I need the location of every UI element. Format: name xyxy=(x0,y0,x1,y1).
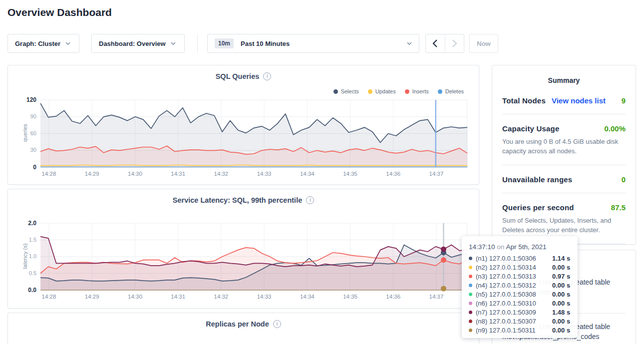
chevron-left-icon xyxy=(432,39,438,47)
total-nodes-value: 9 xyxy=(622,96,626,105)
crosshair-value-dot xyxy=(441,247,446,252)
replicas-per-node-title: Replicas per Node xyxy=(206,320,269,328)
view-nodes-list-link[interactable]: View nodes list xyxy=(552,96,606,105)
crosshair-value-dot xyxy=(441,286,446,292)
tooltip-node-row: (n2) 127.0.0.1:503140.00 s xyxy=(469,263,572,272)
node-color-dot-icon xyxy=(469,311,472,314)
chart-hover-tooltip: 14:37:10 on Apr 5th, 2021 (n1) 127.0.0.1… xyxy=(462,236,578,338)
tooltip-node-row: (n1) 127.0.0.1:503061.14 s xyxy=(469,254,572,263)
node-color-dot-icon xyxy=(469,302,472,305)
capacity-usage-label: Capacity Usage xyxy=(502,124,560,133)
x-axis-tick: 14:28 xyxy=(37,171,61,177)
node-color-dot-icon xyxy=(469,257,472,260)
plot-area[interactable] xyxy=(40,223,467,290)
node-color-dot-icon xyxy=(469,320,472,323)
x-axis-tick: 14:31 xyxy=(166,171,190,177)
node-color-dot-icon xyxy=(469,275,472,278)
x-axis-tick: 14:35 xyxy=(338,171,362,177)
node-color-dot-icon xyxy=(469,293,472,296)
tooltip-node-row: (n6) 127.0.0.1:503100.00 s xyxy=(469,299,572,308)
summary-divider xyxy=(502,165,626,165)
y-axis-tick: 0.0 xyxy=(8,287,36,294)
y-axis-tick: 1.0 xyxy=(8,253,36,259)
summary-divider xyxy=(502,193,626,193)
y-axis-tick: 0 xyxy=(8,164,36,171)
y-axis-tick: 0.5 xyxy=(8,270,36,276)
x-axis-tick: 14:29 xyxy=(80,171,104,177)
replicas-per-node-panel: Replicas per Node i xyxy=(7,313,479,344)
tooltip-node-row: (n9) 127.0.0.1:503110.00 s xyxy=(469,326,572,335)
previous-time-button[interactable] xyxy=(426,34,445,52)
y-axis-tick: 60 xyxy=(8,130,36,136)
y-axis-tick: 1.5 xyxy=(8,237,36,243)
graph-dropdown[interactable]: Graph: Cluster xyxy=(7,34,79,53)
node-color-dot-icon xyxy=(469,266,472,269)
now-button[interactable]: Now xyxy=(469,34,498,53)
x-axis-tick: 14:37 xyxy=(424,171,448,177)
tooltip-timestamp: 14:37:10 on Apr 5th, 2021 xyxy=(469,243,572,251)
tooltip-node-rows: (n1) 127.0.0.1:503061.14 s(n2) 127.0.0.1… xyxy=(469,254,572,335)
dashboard-dropdown[interactable]: Dashboard: Overview xyxy=(91,34,185,53)
plot-area[interactable] xyxy=(40,100,467,167)
summary-panel: Summary Total Nodes View nodes list 9 Ca… xyxy=(492,65,636,245)
queries-per-second-value: 87.5 xyxy=(611,203,626,212)
capacity-usage-description: You are using 0 B of 4.5 GiB usable disk… xyxy=(492,137,636,156)
x-axis-tick: 14:36 xyxy=(381,294,405,300)
queries-per-second-description: Sum of Selects, Updates, Inserts, and De… xyxy=(492,216,636,235)
sql-queries-chart[interactable]: queries 120906030014:2814:2914:3014:3114… xyxy=(8,65,479,184)
x-axis-tick: 14:37 xyxy=(424,294,448,300)
chevron-down-icon xyxy=(65,42,70,45)
service-latency-panel: Service Latency: SQL, 99th percentile i … xyxy=(7,189,479,309)
unavailable-ranges-label: Unavailable ranges xyxy=(502,175,572,184)
y-axis-tick: 90 xyxy=(8,113,36,119)
x-axis-tick: 14:33 xyxy=(252,171,276,177)
graph-dropdown-label: Graph: Cluster xyxy=(15,40,60,47)
sql-queries-panel: SQL Queries i SelectsUpdatesInsertsDelet… xyxy=(7,65,479,185)
x-axis-tick: 14:29 xyxy=(80,294,104,300)
info-icon[interactable]: i xyxy=(273,320,281,328)
service-latency-chart[interactable]: latency (s) 2.01.51.00.50.014:2814:2914:… xyxy=(8,189,479,308)
x-axis-tick: 14:35 xyxy=(338,294,362,300)
x-axis-tick: 14:34 xyxy=(295,171,319,177)
x-axis-tick: 14:32 xyxy=(209,294,233,300)
node-color-dot-icon xyxy=(469,329,472,332)
time-range-badge: 10m xyxy=(215,38,234,48)
x-axis-tick: 14:30 xyxy=(123,294,147,300)
unavailable-ranges-value: 0 xyxy=(622,175,626,184)
chevron-right-icon xyxy=(452,39,457,47)
tooltip-node-row: (n8) 127.0.0.1:503070.00 s xyxy=(469,317,572,326)
tooltip-node-row: (n7) 127.0.0.1:503091.48 s xyxy=(469,308,572,317)
time-step-buttons xyxy=(425,34,464,53)
x-axis-tick: 14:33 xyxy=(252,294,276,300)
tooltip-node-row: (n3) 127.0.0.1:503130.97 s xyxy=(469,272,572,281)
node-color-dot-icon xyxy=(469,284,472,287)
summary-divider xyxy=(502,114,626,114)
x-axis-tick: 14:31 xyxy=(166,294,190,300)
page-title: Overview Dashboard xyxy=(7,6,112,18)
x-axis-tick: 14:30 xyxy=(123,171,147,177)
x-axis-tick: 14:28 xyxy=(37,294,61,300)
y-axis-tick: 120 xyxy=(8,96,36,103)
summary-title: Summary xyxy=(492,65,636,84)
x-axis-tick: 14:36 xyxy=(381,171,405,177)
toolbar-divider xyxy=(197,34,198,53)
tooltip-node-row: (n4) 127.0.0.1:503120.00 s xyxy=(469,281,572,290)
y-axis-tick: 30 xyxy=(8,147,36,153)
chevron-down-icon xyxy=(407,42,412,45)
x-axis-tick: 14:32 xyxy=(209,171,233,177)
chevron-down-icon xyxy=(171,42,176,45)
total-nodes-label: Total Nodes xyxy=(502,96,546,105)
x-axis-tick: 14:34 xyxy=(295,294,319,300)
time-range-label: Past 10 Minutes xyxy=(241,40,290,47)
y-axis-tick: 2.0 xyxy=(8,220,36,227)
capacity-usage-value: 0.00% xyxy=(604,124,626,133)
time-range-dropdown[interactable]: 10m Past 10 Minutes xyxy=(207,34,419,53)
crosshair-value-dot xyxy=(441,257,446,263)
overview-dashboard-screen: Overview Dashboard Graph: Cluster Dashbo… xyxy=(0,0,644,344)
next-time-button[interactable] xyxy=(445,34,464,52)
tooltip-node-row: (n5) 127.0.0.1:503080.00 s xyxy=(469,290,572,299)
dashboard-dropdown-label: Dashboard: Overview xyxy=(99,40,166,47)
queries-per-second-label: Queries per second xyxy=(502,203,574,212)
